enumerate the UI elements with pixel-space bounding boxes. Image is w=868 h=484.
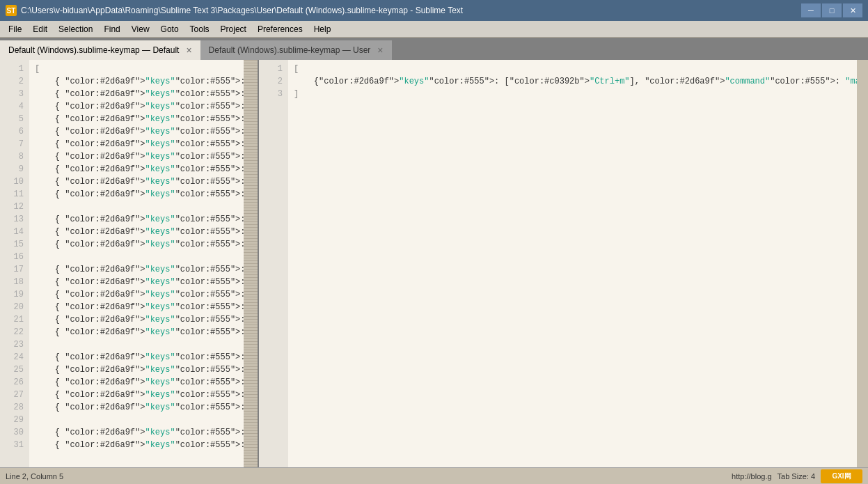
editor-area: 1234567891011121314151617181920212223242… (0, 60, 868, 467)
status-left: Line 2, Column 5 (6, 472, 63, 481)
menu-tools[interactable]: Tools (184, 21, 215, 37)
menu-goto[interactable]: Goto (155, 21, 184, 37)
cursor-position: Line 2, Column 5 (6, 472, 63, 481)
app-icon: ST (6, 5, 17, 16)
tab-default-label: Default (Windows).sublime-keymap — Defau… (8, 45, 179, 55)
tab-user-close[interactable]: × (377, 45, 383, 55)
tab-default[interactable]: Default (Windows).sublime-keymap — Defau… (0, 40, 200, 60)
close-button[interactable]: ✕ (843, 3, 862, 17)
tab-user[interactable]: Default (Windows).sublime-keymap — User … (200, 40, 392, 60)
status-right: http://blog.g Tab Size: 4 GXI网 (732, 469, 862, 483)
window-controls: ─ □ ✕ (801, 3, 862, 17)
right-scrollbar[interactable] (857, 60, 868, 467)
right-editor-pane[interactable]: 123 [ {"color:#2d6a9f">"keys""color:#555… (258, 60, 868, 467)
menu-edit[interactable]: Edit (27, 21, 53, 37)
logo-text: GXI网 (832, 471, 851, 481)
tab-default-close[interactable]: × (186, 45, 191, 55)
menu-view[interactable]: View (126, 21, 155, 37)
menu-selection[interactable]: Selection (53, 21, 98, 37)
title-left: ST C:\Users\v-biduan\AppData\Roaming\Sub… (6, 5, 463, 16)
tab-size[interactable]: Tab Size: 4 (778, 472, 815, 481)
tab-bar: Default (Windows).sublime-keymap — Defau… (0, 38, 868, 60)
status-bar: Line 2, Column 5 http://blog.g Tab Size:… (0, 467, 868, 484)
menu-project[interactable]: Project (215, 21, 252, 37)
tab-user-label: Default (Windows).sublime-keymap — User (209, 45, 371, 55)
menu-file[interactable]: File (3, 21, 27, 37)
minimap-visual (244, 60, 258, 467)
left-editor-pane[interactable]: 1234567891011121314151617181920212223242… (0, 60, 258, 467)
title-bar: ST C:\Users\v-biduan\AppData\Roaming\Sub… (0, 0, 868, 21)
menu-find[interactable]: Find (98, 21, 125, 37)
menu-bar: File Edit Selection Find View Goto Tools… (0, 21, 868, 38)
maximize-button[interactable]: □ (822, 3, 842, 17)
left-code-content[interactable]: [ { "color:#2d6a9f">"keys""color:#555">:… (29, 60, 244, 467)
status-url: http://blog.g (732, 472, 772, 481)
menu-preferences[interactable]: Preferences (252, 21, 308, 37)
left-line-numbers: 1234567891011121314151617181920212223242… (0, 60, 29, 467)
minimize-button[interactable]: ─ (801, 3, 821, 17)
menu-help[interactable]: Help (308, 21, 337, 37)
right-code-content[interactable]: [ {"color:#2d6a9f">"keys""color:#555">: … (288, 60, 857, 467)
right-line-numbers: 123 (259, 60, 288, 467)
status-logo: GXI网 (821, 469, 862, 483)
left-minimap[interactable] (244, 60, 258, 467)
title-text: C:\Users\v-biduan\AppData\Roaming\Sublim… (21, 6, 463, 15)
